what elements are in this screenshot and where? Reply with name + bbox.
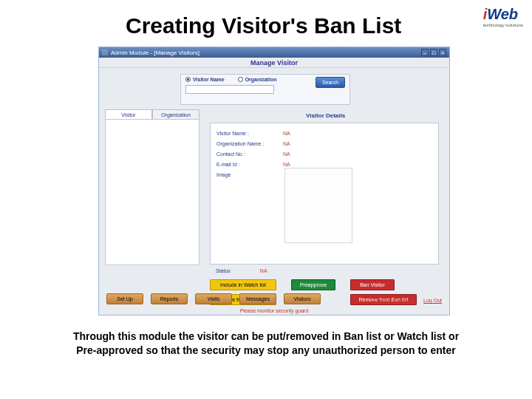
footer-links: Change Password Log Out — [374, 298, 442, 303]
nav-reports-button[interactable]: Reports — [151, 293, 188, 304]
status-label: Status — [216, 268, 231, 273]
minimize-button[interactable]: – — [421, 49, 429, 56]
field-contact-value: NA — [283, 151, 290, 157]
logout-link[interactable]: Log Out — [423, 298, 442, 303]
tab-organization[interactable]: Organization — [152, 109, 200, 120]
radio-visitor-label: Visitor Name — [193, 77, 225, 82]
field-org-label: Organization Name : — [216, 141, 283, 146]
window-title: Admin Module - [Manage Visitors] — [111, 50, 200, 56]
change-password-link[interactable]: Change Password — [374, 298, 416, 303]
field-image-label: Image — [216, 172, 283, 177]
nav-setup-button[interactable]: Set Up — [106, 293, 143, 304]
footer-message: Please monitor security guard — [99, 308, 449, 313]
preapprove-button[interactable]: Preapprove — [291, 279, 335, 290]
status-value: NA — [260, 268, 267, 273]
result-list[interactable] — [105, 119, 200, 265]
status-row: Status NA — [216, 268, 267, 273]
include-watchlist-button[interactable]: Include in Watch list — [210, 279, 276, 290]
field-org-value: NA — [283, 141, 290, 146]
nav-visits-button[interactable]: Visits — [195, 293, 232, 304]
tab-visitor[interactable]: Visitor — [105, 109, 152, 120]
field-name-label: Visitor Name : — [216, 131, 283, 136]
details-panel: Visitor Name : NA Organization Name : NA… — [210, 123, 439, 265]
radio-dot-icon — [185, 77, 191, 82]
slide-title: Creating Visitor's Ban List — [126, 13, 401, 38]
page-header: Manage Visitor — [99, 58, 449, 68]
window-controls: – □ × — [421, 49, 446, 56]
search-panel: Visitor Name Organization Search — [180, 74, 350, 105]
app-window: Admin Module - [Manage Visitors] – □ × M… — [98, 47, 450, 316]
nav-visitors-button[interactable]: Visitors — [284, 293, 321, 304]
nav-messages-button[interactable]: Messages — [239, 293, 276, 304]
field-contact-label: Contact No : — [216, 151, 283, 157]
radio-dot-icon — [238, 77, 243, 82]
close-button[interactable]: × — [439, 49, 446, 56]
ban-visitor-button[interactable]: Ban Visitor — [350, 279, 395, 290]
slide-caption: Through this module the visitor can be p… — [62, 330, 470, 358]
visitor-image-placeholder — [284, 168, 352, 243]
titlebar: Admin Module - [Manage Visitors] – □ × — [99, 47, 449, 58]
field-email-label: E-mail Id : — [216, 162, 283, 167]
details-title: Visitor Details — [306, 112, 345, 119]
footer-nav: Set Up Reports Visits Messages Visitors — [106, 293, 321, 304]
app-icon — [102, 50, 108, 55]
radio-visitor-name[interactable]: Visitor Name — [185, 77, 225, 82]
restore-button[interactable]: □ — [430, 49, 437, 56]
logo: iWeb technology solutions — [483, 6, 523, 27]
search-input[interactable] — [185, 85, 274, 94]
radio-organization[interactable]: Organization — [238, 77, 277, 82]
field-name-value: NA — [283, 131, 290, 136]
radio-org-label: Organization — [245, 77, 277, 82]
search-button[interactable]: Search — [316, 77, 345, 88]
field-email-value: NA — [283, 162, 290, 167]
result-tabs: Visitor Organization — [105, 109, 200, 120]
